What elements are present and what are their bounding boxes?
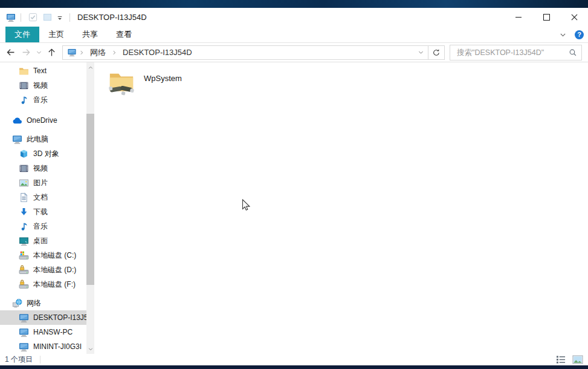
tab-file[interactable]: 文件 xyxy=(5,27,39,42)
file-item-wpsystem[interactable]: WpSystem xyxy=(108,68,247,96)
tab-home[interactable]: 主页 xyxy=(39,27,73,42)
pane-icon xyxy=(43,13,52,22)
thumbnail-view-icon xyxy=(572,355,583,364)
details-view-button[interactable] xyxy=(555,355,567,365)
maximize-icon xyxy=(543,14,550,21)
forward-button[interactable] xyxy=(18,45,34,60)
sidebar-item-network[interactable]: 网络 xyxy=(0,296,94,310)
qat-dropdown-icon xyxy=(56,13,64,22)
sidebar-item-desktop[interactable]: 桌面 xyxy=(0,233,94,248)
scroll-down-button[interactable] xyxy=(86,344,94,353)
search-input[interactable] xyxy=(456,48,569,57)
minimize-button[interactable] xyxy=(505,8,532,27)
address-dropdown-button[interactable] xyxy=(413,49,428,56)
computer-icon xyxy=(19,342,29,352)
details-view-icon xyxy=(556,355,566,364)
sidebar-item-label: 此电脑 xyxy=(27,134,48,145)
file-list-area[interactable]: WpSystem xyxy=(94,62,588,354)
quick-access-new-folder-button[interactable] xyxy=(41,12,53,23)
quick-access-properties-button[interactable] xyxy=(27,12,39,23)
sidebar-item-music[interactable]: 音乐 xyxy=(0,219,94,233)
search-box[interactable] xyxy=(450,45,582,60)
document-icon xyxy=(19,192,29,203)
window-computer-icon xyxy=(5,13,16,22)
sidebar-item-pictures[interactable]: 图片 xyxy=(0,175,94,190)
item-count: 1 个项目 xyxy=(5,354,33,365)
computer-icon xyxy=(19,327,29,338)
arrow-left-icon xyxy=(5,47,16,57)
tab-share[interactable]: 共享 xyxy=(73,27,107,42)
tab-view[interactable]: 查看 xyxy=(107,27,141,42)
sidebar-item-label: 本地磁盘 (D:) xyxy=(33,265,76,275)
sidebar-item-disk-f[interactable]: 本地磁盘 (F:) xyxy=(0,277,94,292)
sidebar-item-label: Text xyxy=(33,67,47,75)
music-icon xyxy=(19,221,29,232)
scrollbar-thumb[interactable] xyxy=(86,114,94,285)
sidebar-item-3d-objects[interactable]: 3D 对象 xyxy=(0,146,94,161)
maximize-button[interactable] xyxy=(532,8,560,27)
sidebar-item-label: 本地磁盘 (F:) xyxy=(33,279,76,290)
sidebar-item-label: 网络 xyxy=(27,298,41,309)
taskbar-edge-strip xyxy=(0,365,588,369)
sidebar-item-downloads[interactable]: 下载 xyxy=(0,204,94,219)
minimize-icon xyxy=(515,17,522,18)
film-icon xyxy=(19,80,29,91)
sidebar-item-label: 本地磁盘 (C:) xyxy=(33,250,76,261)
close-icon xyxy=(571,14,578,21)
statusbar-divider xyxy=(40,356,40,364)
sidebar-item-this-pc[interactable]: 此电脑 xyxy=(0,132,94,146)
sidebar-item-disk-d[interactable]: 本地磁盘 (D:) xyxy=(0,263,94,277)
address-bar[interactable]: 网络 DESKTOP-I13J54D xyxy=(62,45,428,60)
onedrive-cloud-icon xyxy=(12,116,22,126)
sidebar-item-label: MININT-JI0G3I xyxy=(33,342,82,351)
sidebar-item-music-quick[interactable]: 音乐 xyxy=(0,93,94,107)
cube-icon xyxy=(19,149,29,159)
breadcrumb-desktop-i13j54d[interactable]: DESKTOP-I13J54D xyxy=(117,48,198,57)
sidebar-item-disk-c[interactable]: 本地磁盘 (C:) xyxy=(0,248,94,263)
title-bar: DESKTOP-I13J54D xyxy=(0,8,588,27)
chevron-up-icon xyxy=(88,65,94,71)
chevron-right-icon xyxy=(111,50,117,56)
customize-quick-access-toolbar-button[interactable] xyxy=(56,12,64,23)
chevron-down-icon xyxy=(88,346,94,352)
status-bar: 1 个项目 xyxy=(0,354,588,365)
sidebar-item-text[interactable]: Text xyxy=(0,64,94,78)
music-icon xyxy=(19,95,29,105)
sidebar-item-label: DESKTOP-I13J54D xyxy=(33,313,94,322)
sidebar-item-documents[interactable]: 文档 xyxy=(0,190,94,204)
back-button[interactable] xyxy=(2,45,18,60)
computer-icon xyxy=(19,313,29,323)
film-icon xyxy=(19,163,29,174)
chevron-down-icon xyxy=(559,31,567,39)
expand-ribbon-button[interactable] xyxy=(557,28,569,41)
sidebar-item-label: 音乐 xyxy=(33,95,48,105)
sidebar-item-onedrive[interactable]: OneDrive xyxy=(0,113,94,128)
search-icon[interactable] xyxy=(569,48,577,57)
sidebar-item-label: 图片 xyxy=(33,178,48,188)
sidebar-item-videos[interactable]: 视频 xyxy=(0,161,94,175)
titlebar-separator xyxy=(21,13,21,22)
desktop-icon xyxy=(19,236,29,246)
sidebar-item-videos-quick[interactable]: 视频 xyxy=(0,78,94,93)
sidebar-item-desktop-i13j54d[interactable]: DESKTOP-I13J54D xyxy=(0,310,94,325)
file-item-name: WpSystem xyxy=(144,74,182,96)
sidebar-scrollbar[interactable] xyxy=(86,62,94,354)
help-button[interactable]: ? xyxy=(575,30,584,39)
recent-locations-button[interactable] xyxy=(34,45,44,60)
titlebar-separator xyxy=(69,13,70,22)
mouse-cursor xyxy=(242,199,250,212)
thumbnail-view-button[interactable] xyxy=(572,355,583,365)
breadcrumb-network[interactable]: 网络 xyxy=(85,47,111,58)
refresh-button[interactable] xyxy=(428,45,445,60)
sidebar-item-label: 视频 xyxy=(33,80,48,91)
close-button[interactable] xyxy=(560,8,588,27)
shared-folder-icon xyxy=(108,68,135,96)
sidebar-item-minint-ji0g3i[interactable]: MININT-JI0G3I xyxy=(0,339,94,354)
sidebar-item-hansw-pc[interactable]: HANSW-PC xyxy=(0,325,94,339)
refresh-icon xyxy=(432,48,441,57)
up-button[interactable] xyxy=(44,45,59,60)
scroll-up-button[interactable] xyxy=(86,63,94,72)
desktop-wallpaper-strip xyxy=(0,0,588,8)
arrow-up-icon xyxy=(47,47,57,57)
disk-lock-icon xyxy=(19,265,29,275)
